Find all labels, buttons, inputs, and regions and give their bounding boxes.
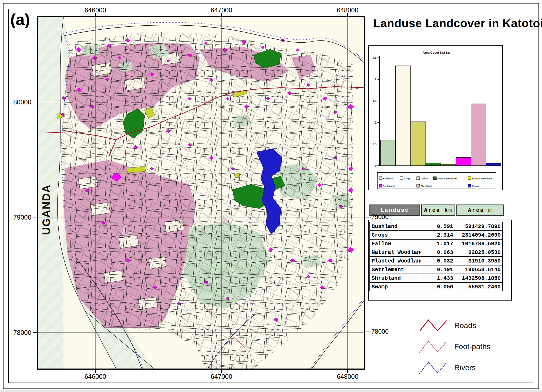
table-row: Crops2.3142314094.2690 (370, 231, 503, 239)
axis-tick-bottom (221, 369, 222, 373)
chart-legend-label: Shrubland (421, 185, 432, 188)
table-cell: 62825.0530 (455, 248, 503, 257)
chart-legend-label: Swamp (472, 185, 480, 188)
chart-bar-natural-woodland (426, 163, 441, 166)
page-bottom-strip (0, 390, 542, 392)
table-cell: Natural Woodland (370, 248, 421, 257)
axis-label-left: 78000 (10, 329, 31, 336)
chart-legend-label: Bushland (383, 177, 393, 180)
table-row: Bushland0.591591429.7890 (370, 222, 503, 231)
chart-legend-label: Settlement (383, 185, 395, 188)
table-cell: Settlement (370, 265, 421, 274)
table-cell: Shrubland (370, 274, 421, 282)
table-cell: 31910.3950 (455, 257, 503, 265)
table-cell: Planted Woodland (370, 257, 421, 265)
axis-label-bottom: 647000 (211, 373, 232, 380)
chart-bar-crops (396, 66, 411, 166)
table-cell: 0.056 (421, 282, 455, 291)
chart-bar-shrubland (471, 104, 486, 166)
table-cell: 0.591 (421, 222, 455, 231)
rivers-line-icon (418, 359, 448, 376)
legend-label: Foot-paths (454, 342, 490, 351)
chart-y-tick-label: 1.5 (372, 99, 376, 103)
chart-bar-bushland (381, 140, 396, 166)
chart-legend-swatch (379, 177, 382, 180)
chart-legend-label: Planted Woodland (472, 177, 492, 180)
chart-bar-fallow (411, 122, 426, 166)
axis-label-bottom: 648000 (337, 373, 358, 380)
table-row: Fallow1.0171016788.5920 (370, 239, 503, 248)
table-cell: 55931.2400 (455, 282, 503, 291)
grid-tick-78000-right (365, 332, 371, 332)
table-cell: Fallow (370, 239, 421, 248)
table-header-area-m: Area_m (456, 204, 504, 216)
chart-legend-swatch (468, 184, 471, 187)
chart-y-tick-label: 2.5 (372, 56, 376, 59)
figure-page: (a) (0, 0, 542, 392)
chart-legend-swatch (433, 177, 436, 180)
landuse-table: Bushland0.591591429.7890Crops2.314231409… (369, 222, 503, 291)
landuse-table-header: Landuse Area_km Area_m (369, 204, 504, 216)
chart-legend-swatch (417, 177, 420, 180)
chart-legend-swatch (379, 184, 382, 187)
table-cell: 1.017 (421, 239, 455, 248)
axis-tick-bottom (95, 369, 96, 373)
panel-label: (a) (10, 10, 30, 29)
axis-tick-left (33, 102, 37, 102)
table-cell: 2314094.2690 (455, 231, 503, 239)
table-cell: 0.032 (421, 257, 455, 265)
axis-tick-bottom (347, 369, 348, 373)
chart-legend-swatch (468, 177, 471, 180)
chart-bar-swamp (486, 163, 501, 166)
grid-ref-79000: 79000 (371, 213, 389, 221)
chart-bar-planted-woodland (441, 164, 456, 166)
axis-tick-top (347, 13, 348, 17)
chart-y-tick-label: 1 (375, 121, 376, 124)
chart-y-tick-label: 0.5 (372, 142, 376, 146)
table-cell: 0.063 (421, 248, 455, 257)
page-title: Landuse Landcover in Katotoi (373, 17, 526, 30)
foot-paths-line-icon (418, 338, 448, 355)
chart-legend-label: Fallow (421, 177, 428, 180)
chart-y-tick-label: 0 (375, 164, 376, 167)
chart-legend-swatch (417, 184, 420, 187)
legend-item-foot-paths: Foot-paths (418, 336, 515, 357)
axis-tick-top (221, 13, 222, 17)
legend-label: Roads (454, 321, 476, 330)
axis-tick-left (33, 332, 37, 333)
grid-ref-78000: 78000 (371, 328, 389, 335)
table-cell: 591429.7890 (455, 222, 503, 231)
table-cell: 190658.6140 (455, 265, 503, 274)
grid-tick-79000-right (365, 217, 371, 217)
table-row: Settlement0.191190658.6140 (370, 265, 503, 274)
axis-label-bottom: 646000 (85, 373, 106, 380)
table-row: Swamp0.05655931.2400 (370, 282, 503, 291)
chart-legend-label: Crops (404, 177, 411, 180)
table-cell: Swamp (370, 282, 421, 291)
table-row: Planted Woodland0.03231910.3950 (370, 257, 503, 265)
chart-bar-settlement (456, 157, 471, 166)
landuse-map (38, 17, 364, 369)
table-header-area-km: Area_km (421, 204, 455, 216)
table-cell: 1016788.5920 (455, 239, 503, 248)
table-cell: 1.433 (421, 274, 455, 282)
axis-tick-top (95, 13, 96, 17)
axis-label-left: 80000 (10, 98, 31, 106)
legend-label: Rivers (454, 363, 476, 372)
roads-line-icon (418, 317, 448, 334)
legend-item-rivers: Rivers (418, 357, 515, 378)
chart-legend-swatch (400, 177, 403, 180)
legend-item-roads: Roads (418, 315, 515, 336)
table-cell: 2.314 (421, 231, 455, 239)
chart-title: Area Cover KM Sq (423, 51, 450, 54)
table-cell: 1432508.1850 (455, 274, 503, 282)
chart-y-tick-label: 2 (375, 78, 376, 81)
area-chart-box: Area Cover KM Sq00.511.522.5BushlandCrop… (368, 45, 503, 190)
table-row: Shrubland1.4331432508.1850 (370, 274, 503, 282)
table-cell: Crops (370, 231, 421, 239)
map-frame (37, 16, 365, 370)
area-chart: Area Cover KM Sq00.511.522.5BushlandCrop… (369, 46, 502, 190)
axis-tick-left (33, 217, 37, 217)
table-cell: Bushland (370, 222, 421, 231)
axis-label-left: 79000 (10, 214, 31, 221)
